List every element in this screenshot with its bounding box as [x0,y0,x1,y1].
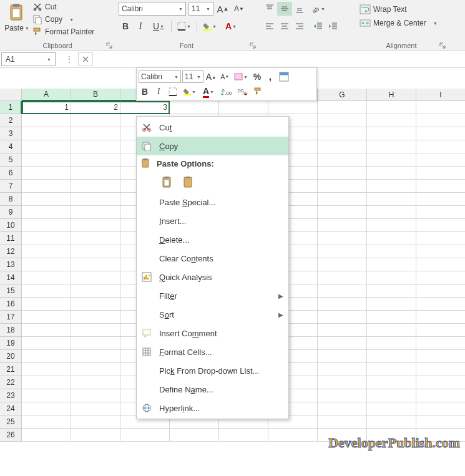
row-header-16[interactable]: 16 [0,298,22,311]
cell-E26[interactable] [219,429,268,442]
ctx-item-sort[interactable]: Sort▶ [137,305,288,324]
row-header-24[interactable]: 24 [0,402,22,415]
italic-button[interactable]: I [134,19,147,33]
cell-B3[interactable] [71,127,120,140]
cell-A3[interactable] [22,127,71,140]
fill-color-button[interactable]: ▼ [200,19,220,33]
cell-A21[interactable] [22,363,71,376]
cell-G25[interactable] [318,415,367,429]
cell-B9[interactable] [71,206,120,219]
cell-B17[interactable] [71,311,120,324]
cell-B21[interactable] [71,363,120,376]
increase-font-button[interactable]: A▲ [216,2,230,16]
row-header-18[interactable]: 18 [0,324,22,337]
row-header-2[interactable]: 2 [0,114,22,127]
cell-H7[interactable] [367,180,416,193]
increase-indent-button[interactable] [326,19,341,33]
cell-B10[interactable] [71,219,120,232]
row-header-21[interactable]: 21 [0,363,22,376]
mini-borders[interactable] [166,85,180,99]
mini-italic[interactable]: I [152,85,165,99]
row-header-23[interactable]: 23 [0,389,22,402]
cell-A14[interactable] [22,271,71,284]
cell-I2[interactable] [416,114,465,127]
alignment-dialog-launcher[interactable] [439,42,446,48]
cell-G18[interactable] [318,324,367,337]
mini-format-table[interactable] [277,70,291,84]
cell-H19[interactable] [367,337,416,350]
cell-D1[interactable] [170,101,219,114]
cell-H8[interactable] [367,193,416,206]
paste-option-values[interactable] [180,174,197,190]
cell-A15[interactable] [22,284,71,298]
row-header-22[interactable]: 22 [0,376,22,389]
cell-I13[interactable] [416,258,465,271]
format-painter-button[interactable]: Format Painter [30,26,97,37]
cell-G14[interactable] [318,271,367,284]
cell-H3[interactable] [367,127,416,140]
borders-button[interactable]: ▼ [174,19,194,33]
cell-H12[interactable] [367,245,416,258]
mini-percent-button[interactable]: % [251,70,263,84]
cell-G13[interactable] [318,258,367,271]
cell-B20[interactable] [71,350,120,363]
cell-A13[interactable] [22,258,71,271]
cell-B14[interactable] [71,271,120,284]
cell-H23[interactable] [367,389,416,402]
mini-increase-font[interactable]: A▲ [205,70,217,84]
mini-font-color[interactable]: A▼ [200,85,217,99]
mini-decrease-font[interactable]: A▼ [218,70,231,84]
cell-H6[interactable] [367,167,416,180]
cell-A23[interactable] [22,389,71,402]
cell-I1[interactable] [416,101,465,114]
align-center-button[interactable] [277,19,292,33]
cell-I16[interactable] [416,298,465,311]
column-header-B[interactable]: B [71,89,120,101]
ctx-item-hyperlink[interactable]: Hyperlink... [137,399,288,417]
cell-G11[interactable] [318,232,367,245]
cell-I5[interactable] [416,153,465,167]
font-name-select[interactable]: Calibri▼ [119,2,186,16]
row-header-6[interactable]: 6 [0,167,22,180]
cell-A7[interactable] [22,180,71,193]
cell-A24[interactable] [22,402,71,415]
column-header-A[interactable]: A [22,89,71,101]
cell-B1[interactable]: 2 [71,101,120,114]
cell-I4[interactable] [416,140,465,153]
cell-A8[interactable] [22,193,71,206]
row-header-17[interactable]: 17 [0,311,22,324]
cell-C26[interactable] [120,429,170,442]
cell-A26[interactable] [22,429,71,442]
cell-G4[interactable] [318,140,367,153]
cell-I10[interactable] [416,219,465,232]
cell-H9[interactable] [367,206,416,219]
mini-format-painter[interactable] [251,85,265,99]
cell-A4[interactable] [22,140,71,153]
cell-I12[interactable] [416,245,465,258]
cell-H11[interactable] [367,232,416,245]
cell-B12[interactable] [71,245,120,258]
column-header-H[interactable]: H [367,89,416,101]
cell-G24[interactable] [318,402,367,415]
column-header-G[interactable]: G [318,89,367,101]
cell-I17[interactable] [416,311,465,324]
cell-H25[interactable] [367,415,416,429]
cell-G1[interactable] [318,101,367,114]
cell-I23[interactable] [416,389,465,402]
cell-A2[interactable] [22,114,71,127]
cell-A16[interactable] [22,298,71,311]
cell-G7[interactable] [318,180,367,193]
orientation-button[interactable]: ab▼ [311,2,326,16]
font-dialog-launcher[interactable] [250,42,256,48]
cell-I14[interactable] [416,271,465,284]
row-header-25[interactable]: 25 [0,415,22,429]
cell-I21[interactable] [416,363,465,376]
ctx-item-format-cells[interactable]: Format Cells... [137,342,288,361]
cell-I6[interactable] [416,167,465,180]
name-box[interactable]: A1▼ [1,52,56,66]
ctx-item-quick-analysis[interactable]: Quick Analysis [137,268,288,286]
cell-B4[interactable] [71,140,120,153]
row-header-20[interactable]: 20 [0,350,22,363]
row-header-1[interactable]: 1 [0,101,22,114]
cell-G15[interactable] [318,284,367,298]
